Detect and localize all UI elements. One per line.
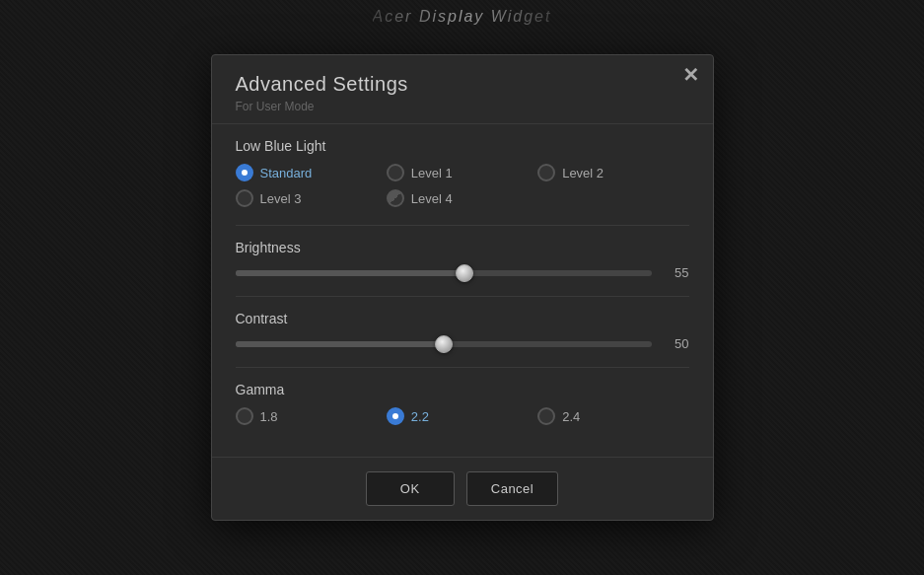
gamma-options: 1.8 2.2 2.4 xyxy=(236,407,689,425)
radio-level1[interactable]: Level 1 xyxy=(387,164,537,181)
low-blue-light-title: Low Blue Light xyxy=(236,138,689,154)
radio-label-gamma-2_4: 2.4 xyxy=(562,409,580,424)
dialog-subtitle: For User Mode xyxy=(236,100,689,113)
divider-1 xyxy=(236,225,689,226)
contrast-fill xyxy=(236,341,444,347)
radio-circle-level4 xyxy=(387,189,404,207)
radio-gamma-1_8[interactable]: 1.8 xyxy=(236,407,387,425)
radio-circle-gamma-2_2 xyxy=(387,407,404,425)
radio-label-level1: Level 1 xyxy=(411,166,453,180)
brightness-slider-row: 55 xyxy=(236,265,689,280)
contrast-section: Contrast 50 xyxy=(236,311,689,351)
dialog-title: Advanced Settings xyxy=(236,73,689,96)
radio-level2[interactable]: Level 2 xyxy=(537,164,688,181)
contrast-value: 50 xyxy=(662,336,689,351)
modal-overlay: ✕ Advanced Settings For User Mode Low Bl… xyxy=(0,0,924,575)
radio-label-level3: Level 3 xyxy=(260,191,302,206)
brightness-title: Brightness xyxy=(236,240,689,255)
divider-3 xyxy=(236,367,689,368)
contrast-title: Contrast xyxy=(236,311,689,326)
radio-standard[interactable]: Standard xyxy=(236,164,387,181)
contrast-slider-row: 50 xyxy=(236,336,689,351)
close-button[interactable]: ✕ xyxy=(682,65,699,85)
radio-circle-level3 xyxy=(236,189,253,207)
gamma-section: Gamma 1.8 2.2 xyxy=(236,382,689,425)
radio-gamma-2_2[interactable]: 2.2 xyxy=(387,407,537,425)
ok-button[interactable]: OK xyxy=(366,471,455,506)
dialog-header: Advanced Settings For User Mode xyxy=(212,55,713,123)
content-inner: Low Blue Light Standard Level 1 xyxy=(212,124,713,457)
radio-label-gamma-2_2: 2.2 xyxy=(411,409,429,424)
brightness-section: Brightness 55 xyxy=(236,240,689,280)
dialog: ✕ Advanced Settings For User Mode Low Bl… xyxy=(211,54,714,521)
radio-circle-gamma-1_8 xyxy=(236,407,253,425)
dialog-content[interactable]: Low Blue Light Standard Level 1 xyxy=(212,123,713,457)
cancel-button[interactable]: Cancel xyxy=(466,471,558,506)
brightness-slider[interactable] xyxy=(236,270,652,276)
contrast-slider[interactable] xyxy=(236,341,652,347)
contrast-thumb[interactable] xyxy=(435,335,453,353)
divider-2 xyxy=(236,296,689,297)
dialog-footer: OK Cancel xyxy=(212,457,713,520)
brightness-thumb[interactable] xyxy=(456,264,473,282)
radio-label-standard: Standard xyxy=(260,166,313,180)
radio-circle-standard xyxy=(236,164,253,181)
radio-circle-level2 xyxy=(537,164,555,181)
radio-circle-level1 xyxy=(387,164,404,181)
gamma-title: Gamma xyxy=(236,382,689,397)
radio-level4[interactable]: Level 4 xyxy=(387,189,537,207)
radio-label-gamma-1_8: 1.8 xyxy=(260,409,278,424)
radio-circle-gamma-2_4 xyxy=(537,407,555,425)
brightness-value: 55 xyxy=(662,265,689,280)
low-blue-light-section: Low Blue Light Standard Level 1 xyxy=(236,138,689,207)
brightness-fill xyxy=(236,270,464,276)
low-blue-light-options: Standard Level 1 Level 2 xyxy=(236,164,689,207)
radio-level3[interactable]: Level 3 xyxy=(236,189,387,207)
radio-label-level4: Level 4 xyxy=(411,191,453,206)
radio-gamma-2_4[interactable]: 2.4 xyxy=(537,407,688,425)
radio-label-level2: Level 2 xyxy=(562,166,604,180)
